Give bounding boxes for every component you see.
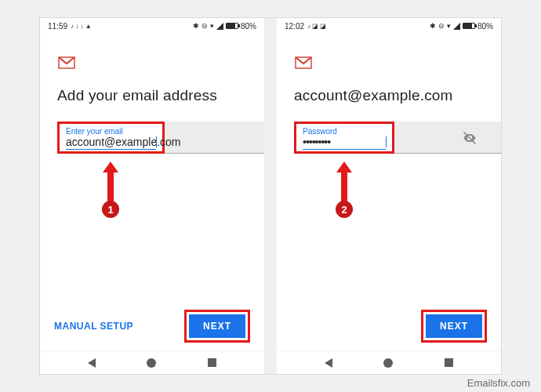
gmail-logo-icon (294, 56, 313, 70)
highlight-box: NEXT (184, 310, 250, 343)
next-button[interactable]: NEXT (426, 314, 482, 338)
battery-icon (226, 23, 238, 29)
nav-back-icon[interactable] (325, 358, 332, 368)
gmail-logo-icon (57, 56, 76, 70)
email-field-label: Enter your email (66, 127, 156, 136)
screen-add-email: 11:59 ♪ ↓ ↓ ▲ ✱ ⊖ ▾ 80% Add your email a… (40, 18, 264, 374)
password-field-label: Password (303, 127, 386, 136)
nav-recents-icon[interactable] (208, 358, 216, 367)
highlight-box: Password ••••••••• (294, 122, 394, 154)
password-field[interactable]: ••••••••• (303, 136, 386, 150)
manual-setup-button[interactable]: MANUAL SETUP (54, 321, 133, 332)
highlight-box: Enter your email account@example.com (57, 122, 165, 154)
nav-home-icon[interactable] (147, 358, 156, 368)
email-field[interactable]: account@example.com (66, 136, 156, 150)
cell-signal-icon (453, 23, 460, 30)
cell-signal-icon (216, 23, 223, 30)
do-not-disturb-icon: ⊖ (438, 22, 445, 30)
nav-home-icon[interactable] (383, 358, 393, 368)
page-title: account@example.com (294, 87, 484, 104)
watermark: Emailsfix.com (467, 377, 530, 389)
page-title: Add your email address (57, 87, 247, 104)
status-notification-icons: ♪ ↓ ↓ ▲ (71, 23, 92, 30)
do-not-disturb-icon: ⊖ (202, 22, 208, 30)
next-button[interactable]: NEXT (189, 314, 245, 338)
bluetooth-icon: ✱ (430, 22, 436, 30)
visibility-off-icon[interactable] (462, 130, 477, 146)
step-badge: 2 (336, 201, 353, 218)
nav-recents-icon[interactable] (445, 358, 453, 367)
password-field-wrap: Password ••••••••• 2 (294, 122, 484, 154)
battery-icon (463, 23, 475, 29)
screen-password: 12:02 ♪ ◪ ◪ ✱ ⊖ ▾ 80% account@example.co… (277, 18, 501, 374)
callout-arrow: 2 (336, 162, 353, 218)
battery-percent: 80% (477, 22, 493, 31)
status-time: 11:59 (48, 22, 67, 31)
android-nav-bar (277, 350, 501, 374)
footer-bar: NEXT (277, 310, 501, 343)
step-badge: 1 (102, 201, 119, 218)
footer-bar: MANUAL SETUP NEXT (40, 310, 264, 343)
wifi-icon: ▾ (210, 22, 214, 30)
battery-percent: 80% (241, 22, 256, 31)
android-nav-bar (40, 350, 264, 374)
status-bar: 12:02 ♪ ◪ ◪ ✱ ⊖ ▾ 80% (277, 18, 501, 34)
email-field-wrap: Enter your email account@example.com 1 (57, 122, 247, 154)
status-time: 12:02 (285, 22, 304, 31)
highlight-box: NEXT (421, 310, 487, 343)
status-bar: 11:59 ♪ ↓ ↓ ▲ ✱ ⊖ ▾ 80% (40, 18, 264, 34)
bluetooth-icon: ✱ (193, 22, 199, 30)
wifi-icon: ▾ (447, 22, 451, 30)
callout-arrow: 1 (102, 162, 119, 218)
nav-back-icon[interactable] (88, 358, 96, 368)
status-notification-icons: ♪ ◪ ◪ (307, 23, 326, 30)
